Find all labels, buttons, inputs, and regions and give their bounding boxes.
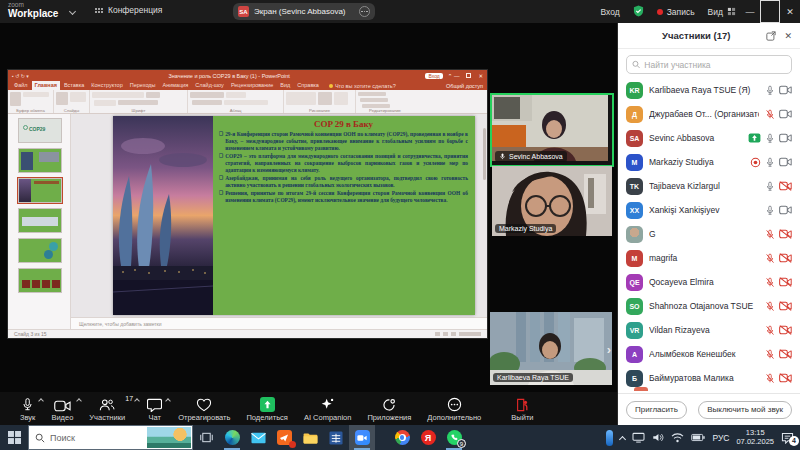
camera-off-icon[interactable]	[779, 349, 792, 359]
mic-muted-icon[interactable]	[765, 349, 775, 360]
participant-row[interactable]: XX Xankişi Xankişiyev	[626, 198, 792, 222]
ppt-scrollbar[interactable]	[483, 128, 486, 180]
audio-button[interactable]: Звук	[14, 392, 41, 425]
mic-muted-icon[interactable]	[765, 109, 775, 120]
yandex-browser-icon[interactable]: Я	[415, 425, 441, 450]
clock[interactable]: 13:15 07.02.2025	[736, 429, 774, 446]
ribbon-group-paragraph[interactable]: Абзац	[188, 90, 284, 113]
weather-widget-icon[interactable]	[606, 430, 613, 446]
slide-thumbnail-6[interactable]	[18, 268, 62, 293]
ai-companion-button[interactable]: AI Companion	[298, 392, 358, 425]
ppt-view-controls[interactable]	[435, 332, 481, 336]
participants-list[interactable]: KR Karlibaeva Raya TSUE (Я)	[618, 76, 800, 387]
mic-icon[interactable]	[765, 181, 775, 192]
participant-row[interactable]: Б Баймуратова Малика	[626, 366, 792, 387]
file-explorer-icon[interactable]	[297, 425, 323, 450]
react-button[interactable]: Отреагировать	[172, 392, 236, 425]
participant-row[interactable]: VR Vildan Rizayeva	[626, 318, 792, 342]
slide-thumbnail-5[interactable]	[18, 238, 62, 263]
mic-muted-icon[interactable]	[765, 325, 775, 336]
mic-muted-icon[interactable]	[765, 277, 775, 288]
ppt-tab-6[interactable]: Анимация	[160, 81, 192, 90]
camera-off-icon[interactable]	[779, 325, 792, 335]
ppt-tab-9[interactable]: Вид	[277, 81, 293, 90]
participant-row[interactable]: M Markaziy Studiya	[626, 150, 792, 174]
chevron-up-icon[interactable]	[76, 398, 82, 404]
camera-off-icon[interactable]	[779, 301, 792, 311]
ribbon-group-clipboard[interactable]: Буфер обмена	[8, 90, 54, 113]
camera-off-icon[interactable]	[779, 253, 792, 263]
maximize-button[interactable]	[760, 0, 780, 23]
quick-access-toolbar[interactable]: ▪ ↺ ↻ ▾	[8, 73, 33, 79]
taskbar-search[interactable]	[28, 425, 193, 450]
ribbon-group-slides[interactable]: Слайды	[54, 90, 90, 113]
participant-row[interactable]: M magrifa	[626, 246, 792, 270]
meeting-tab[interactable]: Конференция	[95, 5, 162, 15]
chevron-up-icon[interactable]	[165, 398, 171, 404]
chevron-down-icon[interactable]	[69, 8, 76, 15]
search-highlight-image[interactable]	[147, 427, 191, 448]
mic-icon[interactable]	[765, 85, 775, 96]
video-tile-karlibaeva[interactable]: Karlibaeva Raya TSUE ›	[490, 312, 612, 385]
leave-button[interactable]: Выйти	[505, 392, 539, 425]
camera-icon[interactable]	[779, 205, 792, 215]
start-button[interactable]	[0, 425, 28, 450]
slide-thumbnail-1[interactable]: COP29	[18, 118, 62, 143]
login-button[interactable]: Вход	[600, 7, 619, 17]
recording-indicator[interactable]: Запись	[657, 7, 695, 17]
ppt-tab-4[interactable]: Конструктор	[88, 81, 125, 90]
camera-off-icon[interactable]	[779, 277, 792, 287]
camera-off-icon[interactable]	[779, 229, 792, 239]
battery-icon[interactable]	[691, 433, 705, 442]
minimize-button[interactable]: —	[740, 0, 760, 23]
mic-muted-icon[interactable]	[765, 253, 775, 264]
apps-button[interactable]: Приложения	[361, 392, 417, 425]
ppt-window-controls[interactable]: ⌃ — ✕	[448, 73, 487, 79]
search-input[interactable]	[644, 60, 786, 70]
participants-button[interactable]: 17 Участники	[83, 392, 137, 425]
participant-search[interactable]	[626, 55, 792, 74]
mute-my-audio-button[interactable]: Выключить мой звук	[698, 401, 792, 419]
mail-app-icon[interactable]	[245, 425, 271, 450]
ppt-tab-2[interactable]: Главная	[32, 81, 60, 90]
participant-row[interactable]: SA Sevinc Abbasova	[626, 126, 792, 150]
camera-icon[interactable]	[779, 109, 792, 119]
ribbon-group-font[interactable]: Шрифт	[90, 90, 188, 113]
video-tile-markaziy[interactable]: Markaziy Studiya	[492, 166, 612, 236]
display-icon[interactable]	[632, 432, 645, 443]
share-screen-button[interactable]: Поделиться	[240, 392, 293, 425]
messenger-app-icon[interactable]	[271, 425, 297, 450]
ppt-tell-me[interactable]: Что вы хотите сделать?	[329, 83, 396, 89]
participant-row[interactable]: KR Karlibaeva Raya TSUE (Я)	[626, 78, 792, 102]
chevron-up-icon[interactable]	[134, 398, 140, 404]
video-tile-sevinc[interactable]: Sevinc Abbasova	[492, 95, 612, 165]
chevron-up-icon[interactable]	[39, 398, 45, 404]
network-icon[interactable]	[671, 432, 684, 443]
zoom-app-icon[interactable]	[349, 425, 375, 450]
more-button[interactable]: Дополнительно	[421, 392, 487, 425]
shield-check-icon[interactable]	[633, 5, 644, 19]
notes-pane[interactable]: Щелкните, чтобы добавить заметки	[71, 317, 487, 329]
ribbon-group-drawing[interactable]: Рисование	[284, 90, 356, 113]
mic-icon[interactable]	[765, 133, 775, 144]
edge-browser-icon[interactable]	[219, 425, 245, 450]
slide-thumbnail-3-selected[interactable]	[18, 178, 62, 203]
mic-muted-icon[interactable]	[765, 301, 775, 312]
participant-row[interactable]: G	[626, 222, 792, 246]
language-indicator[interactable]: РУС	[712, 433, 729, 443]
view-button[interactable]: Вид	[708, 7, 736, 17]
participant-row[interactable]: TK Tajibaeva Kizlargul	[626, 174, 792, 198]
ppt-tab-10[interactable]: Справка	[294, 81, 322, 90]
volume-icon[interactable]	[652, 432, 664, 443]
task-view-button[interactable]	[193, 425, 219, 450]
shared-screen-tab[interactable]: SA Экран (Sevinc Abbasova)	[233, 3, 375, 20]
slide-thumbnail-2[interactable]	[18, 148, 62, 173]
whatsapp-icon[interactable]: 9	[441, 425, 467, 450]
popout-icon[interactable]	[766, 27, 776, 45]
ppt-tab-5[interactable]: Переходы	[127, 81, 159, 90]
ppt-tab-3[interactable]: Вставка	[61, 81, 87, 90]
mic-icon[interactable]	[765, 157, 775, 168]
video-button[interactable]: Видео	[45, 392, 79, 425]
mic-muted-icon[interactable]	[765, 373, 775, 384]
chat-button[interactable]: Чат	[141, 392, 168, 425]
